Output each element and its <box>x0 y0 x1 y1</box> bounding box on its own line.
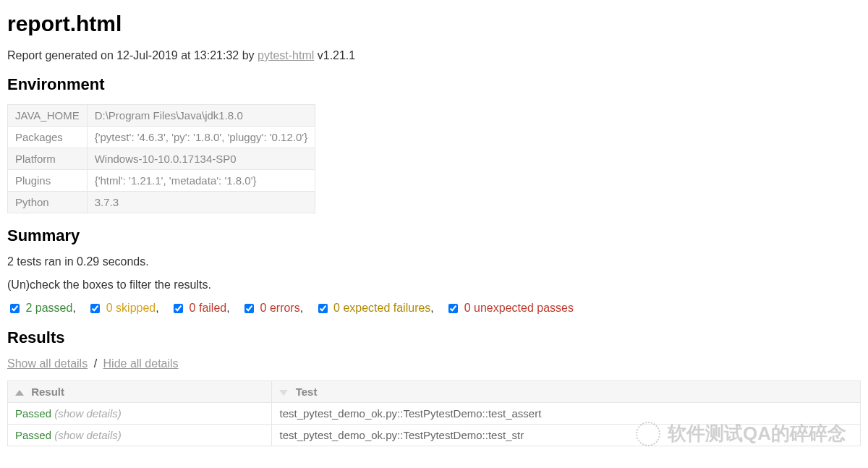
filter-separator: , <box>300 302 303 314</box>
filter-separator: , <box>430 302 433 314</box>
filter-unexpected-passes-label: 0 unexpected passes <box>464 302 574 314</box>
filter-expected-failures-label: 0 expected failures <box>333 302 430 314</box>
table-row: JAVA_HOME D:\Program Files\Java\jdk1.8.0 <box>8 105 315 127</box>
detail-links: Show all details / Hide all details <box>7 357 861 370</box>
environment-heading: Environment <box>7 75 861 94</box>
table-row: Passed (show details) test_pytest_demo_o… <box>8 403 861 425</box>
detail-links-separator: / <box>94 357 97 370</box>
generated-prefix: Report generated on <box>7 49 116 61</box>
filter-separator: , <box>226 302 229 314</box>
environment-table: JAVA_HOME D:\Program Files\Java\jdk1.8.0… <box>7 104 315 213</box>
env-value: Windows-10-10.0.17134-SP0 <box>87 148 315 170</box>
hide-all-details-link[interactable]: Hide all details <box>103 357 179 370</box>
generated-by: by <box>239 49 258 61</box>
result-status: Passed <box>15 407 51 420</box>
results-table: Result Test Passed (show details) test_p… <box>7 380 861 446</box>
env-key: JAVA_HOME <box>8 105 88 127</box>
summary-run-line: 2 tests ran in 0.29 seconds. <box>7 255 861 268</box>
filter-expected-failures-checkbox[interactable] <box>318 304 328 313</box>
results-header-test-label: Test <box>296 386 318 398</box>
generated-line: Report generated on 12-Jul-2019 at 13:21… <box>7 49 861 62</box>
filter-passed-checkbox[interactable] <box>10 304 20 313</box>
sort-asc-icon <box>15 390 24 396</box>
results-heading: Results <box>7 328 861 347</box>
table-row: Packages {'pytest': '4.6.3', 'py': '1.8.… <box>8 127 315 148</box>
generated-at: at <box>178 49 194 61</box>
env-key: Plugins <box>8 170 88 192</box>
summary-heading: Summary <box>7 226 861 245</box>
sort-desc-icon <box>279 390 288 396</box>
generated-date: 12-Jul-2019 <box>116 49 178 61</box>
results-header-result-label: Result <box>31 386 64 398</box>
env-key: Platform <box>8 148 88 170</box>
show-all-details-link[interactable]: Show all details <box>7 357 88 370</box>
generated-version: v1.21.1 <box>314 49 355 61</box>
table-row: Plugins {'html': '1.21.1', 'metadata': '… <box>8 170 315 192</box>
env-key: Python <box>8 192 88 213</box>
show-details-link[interactable]: (show details) <box>54 407 122 420</box>
filter-failed-checkbox[interactable] <box>174 304 183 313</box>
filter-skipped-checkbox[interactable] <box>90 304 100 313</box>
generated-time: 13:21:32 <box>194 49 239 61</box>
env-value: {'html': '1.21.1', 'metadata': '1.8.0'} <box>87 170 315 192</box>
env-key: Packages <box>8 127 88 148</box>
pytest-html-link[interactable]: pytest-html <box>258 49 314 61</box>
table-row: Passed (show details) test_pytest_demo_o… <box>8 425 861 446</box>
filter-bar: 2 passed, 0 skipped, 0 failed, 0 errors,… <box>7 302 861 315</box>
filter-separator: , <box>72 302 75 314</box>
test-name: test_pytest_demo_ok.py::TestPytestDemo::… <box>272 425 861 446</box>
show-details-link[interactable]: (show details) <box>54 429 122 441</box>
filter-passed-label: 2 passed <box>25 302 72 314</box>
filter-errors-label: 0 errors <box>260 302 300 314</box>
test-name: test_pytest_demo_ok.py::TestPytestDemo::… <box>272 403 861 425</box>
env-value: D:\Program Files\Java\jdk1.8.0 <box>87 105 315 127</box>
filter-failed-label: 0 failed <box>190 302 227 314</box>
summary-filter-hint: (Un)check the boxes to filter the result… <box>7 278 861 292</box>
table-row: Platform Windows-10-10.0.17134-SP0 <box>8 148 315 170</box>
result-status: Passed <box>15 429 51 441</box>
env-value: {'pytest': '4.6.3', 'py': '1.8.0', 'plug… <box>87 127 315 148</box>
results-header-result[interactable]: Result <box>8 381 272 403</box>
table-row: Python 3.7.3 <box>8 192 315 213</box>
filter-errors-checkbox[interactable] <box>244 304 254 313</box>
filter-separator: , <box>156 302 158 314</box>
filter-skipped-label: 0 skipped <box>106 302 156 314</box>
page-title: report.html <box>7 12 861 36</box>
env-value: 3.7.3 <box>87 192 315 213</box>
results-header-test[interactable]: Test <box>272 381 861 403</box>
filter-unexpected-passes-checkbox[interactable] <box>448 304 458 313</box>
